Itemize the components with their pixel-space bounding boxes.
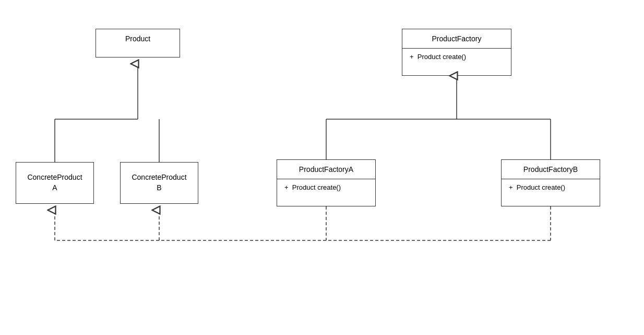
product-factory-class: ProductFactory + Product create() xyxy=(402,29,511,76)
product-factory-b-name: ProductFactoryB xyxy=(502,160,600,179)
product-class-name: Product xyxy=(96,29,180,48)
product-factory-a-class: ProductFactoryA + Product create() xyxy=(277,159,376,206)
product-factory-a-name: ProductFactoryA xyxy=(277,160,375,179)
product-factory-method: + Product create() xyxy=(402,49,511,65)
concrete-product-a-class: ConcreteProductA xyxy=(16,162,94,204)
product-factory-class-name: ProductFactory xyxy=(402,29,511,48)
product-factory-b-method: + Product create() xyxy=(502,179,600,195)
uml-diagram: Product ProductFactory + Product create(… xyxy=(0,0,644,335)
concrete-product-a-name: ConcreteProductA xyxy=(20,167,89,198)
product-factory-a-method: + Product create() xyxy=(277,179,375,195)
concrete-product-b-name: ConcreteProductB xyxy=(124,167,194,198)
product-factory-b-class: ProductFactoryB + Product create() xyxy=(501,159,600,206)
product-class: Product xyxy=(96,29,180,57)
concrete-product-b-class: ConcreteProductB xyxy=(120,162,198,204)
